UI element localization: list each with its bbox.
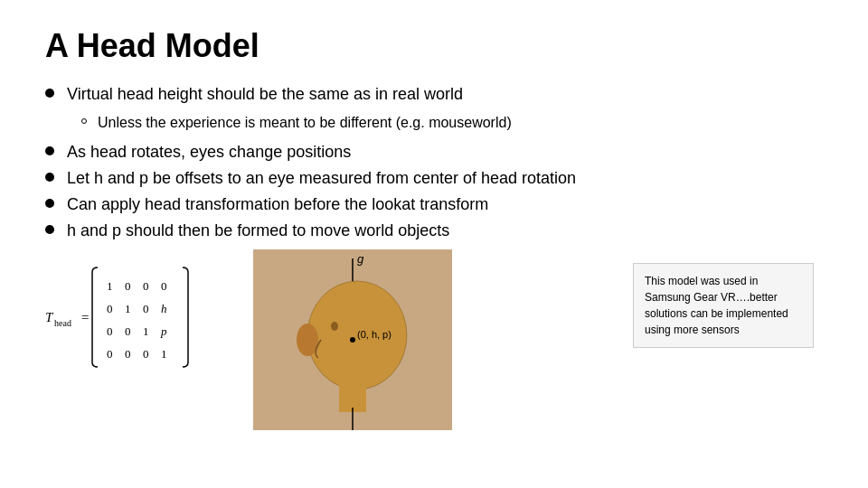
bullet-text-2: As head rotates, eyes change positions [67, 141, 351, 164]
annotation-text: This model was used in Samsung Gear VR….… [645, 275, 788, 336]
svg-point-24 [297, 324, 318, 356]
matrix-container: T head = 1 0 0 0 0 1 0 h 0 0 [45, 249, 226, 380]
head-image-container: g (0, h, p) z [253, 249, 452, 430]
svg-text:=: = [81, 310, 89, 324]
main-bullet-list: Virtual head height should be the same a… [45, 83, 823, 242]
bullet-dot-icon [45, 173, 54, 182]
svg-text:z: z [356, 427, 363, 430]
annotation-box: This model was used in Samsung Gear VR….… [633, 263, 814, 348]
list-item: As head rotates, eyes change positions [45, 141, 823, 164]
bullet-dot-icon [45, 225, 54, 234]
list-item: Unless the experience is meant to be dif… [81, 113, 823, 133]
svg-text:0: 0 [107, 324, 113, 338]
svg-text:head: head [54, 318, 71, 328]
bottom-section: T head = 1 0 0 0 0 1 0 h 0 0 [45, 249, 823, 430]
svg-text:0: 0 [125, 347, 131, 361]
svg-rect-23 [339, 376, 366, 412]
head-model-svg: g (0, h, p) z [253, 249, 452, 430]
list-item: Virtual head height should be the same a… [45, 83, 823, 134]
svg-text:0: 0 [143, 347, 149, 361]
svg-text:g: g [357, 252, 364, 266]
bullet-dot-icon [45, 146, 54, 155]
svg-text:0: 0 [143, 279, 149, 293]
svg-text:0: 0 [125, 279, 131, 293]
list-item: Let h and p be offsets to an eye measure… [45, 167, 823, 190]
bullet-text-1: Virtual head height should be the same a… [67, 83, 463, 106]
svg-text:p: p [160, 324, 167, 338]
svg-text:0: 0 [161, 279, 167, 293]
bullet-dot-icon [45, 89, 54, 98]
svg-point-26 [350, 337, 355, 343]
bullet-dot-icon [45, 199, 54, 208]
page-title: A Head Model [45, 27, 823, 65]
sub-bullet-list: Unless the experience is meant to be dif… [81, 113, 823, 133]
slide: A Head Model Virtual head height should … [0, 0, 868, 488]
bullet-text-3: Let h and p be offsets to an eye measure… [67, 167, 576, 190]
svg-text:0: 0 [125, 324, 131, 338]
svg-text:0: 0 [107, 302, 113, 315]
matrix-svg: T head = 1 0 0 0 0 1 0 h 0 0 [45, 258, 226, 376]
svg-text:1: 1 [125, 302, 131, 315]
bullet-text-5: h and p should then be formed to move wo… [67, 220, 449, 242]
svg-text:1: 1 [161, 347, 167, 361]
list-item: Can apply head transformation before the… [45, 193, 823, 216]
svg-point-25 [331, 322, 338, 331]
list-item: h and p should then be formed to move wo… [45, 220, 823, 242]
svg-text:1: 1 [143, 324, 149, 338]
svg-text:1: 1 [107, 279, 113, 293]
svg-text:0: 0 [143, 302, 149, 315]
sub-text-1: Unless the experience is meant to be dif… [98, 113, 512, 133]
svg-text:T: T [45, 310, 54, 324]
sub-bullet-icon [81, 118, 87, 124]
bullet-text-4: Can apply head transformation before the… [67, 193, 488, 216]
svg-text:h: h [161, 302, 167, 315]
svg-text:0: 0 [107, 347, 113, 361]
svg-text:(0, h, p): (0, h, p) [357, 329, 392, 340]
